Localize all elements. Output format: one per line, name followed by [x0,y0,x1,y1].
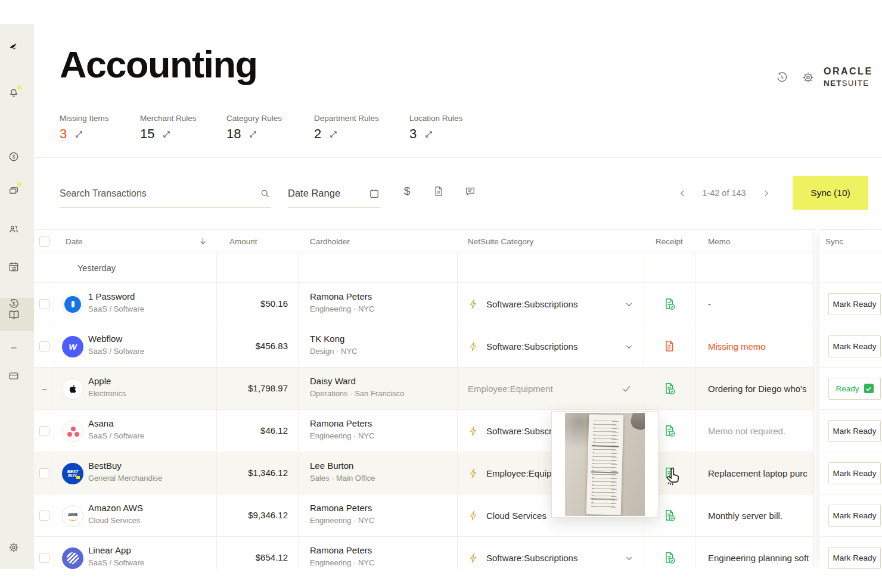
merchant-type: Electronics [88,389,126,398]
chevron-down-icon[interactable] [625,300,633,309]
stat-missing-items: Missing Items 3 [60,114,109,142]
receipt-filter-icon[interactable] [432,185,445,198]
collapse-dash-icon[interactable] [7,341,20,354]
cardholder-detail: Engineering · NYC [310,431,374,440]
prev-page-icon[interactable] [676,187,688,199]
merchant-name: Webflow [88,334,144,344]
receipt-photo [565,413,645,516]
search-icon [259,188,271,200]
expand-icon[interactable] [74,130,83,139]
stat-value: 2 [314,126,321,142]
column-header-memo[interactable]: Memo [708,237,731,246]
row-checkbox[interactable] [39,341,49,351]
select-all-checkbox[interactable] [39,237,49,247]
row-checkbox[interactable] [39,299,49,309]
transaction-row[interactable]: aws Amazon AWS Cloud Services $9,346.12 … [34,494,813,537]
memo-cell[interactable]: Engineering planning soft [708,553,814,563]
history-icon[interactable] [775,71,788,84]
column-header-amount[interactable]: Amount [229,237,257,246]
row-ready-dash[interactable]: – [39,383,49,393]
ready-button[interactable]: Ready [828,378,881,400]
date-range-picker[interactable]: Date Range [288,179,380,208]
webflow-letter: w [69,341,76,353]
receipt-attached-icon[interactable] [663,509,676,522]
stat-location-rules: Location Rules 3 [409,114,462,142]
transaction-row[interactable]: Asana SaaS / Software $46.12 Ramona Pete… [34,410,813,452]
scheduled-sync-icon[interactable] [7,260,20,273]
stat-label: Location Rules [409,114,462,123]
merchant-logo-asana [62,421,83,442]
merchant-logo-1password [62,294,83,315]
memo-filter-icon[interactable] [464,185,477,198]
expand-icon[interactable] [162,130,171,139]
chevron-down-icon[interactable] [625,343,633,351]
sidebar-settings-icon[interactable] [7,541,20,554]
merchant-name: Apple [88,376,126,386]
column-header-date[interactable]: Date [66,237,83,246]
notifications-icon[interactable] [7,87,20,100]
merchant-logo-aws: aws [62,505,83,527]
check-icon [622,384,632,394]
receipt-attached-icon[interactable] [663,424,676,437]
receipt-attached-icon[interactable] [663,382,676,395]
memo-cell[interactable]: Ordering for Diego who's [708,384,814,394]
mark-ready-button[interactable]: Mark Ready [828,293,881,315]
mark-ready-button[interactable]: Mark Ready [828,547,881,569]
accounting-book-icon[interactable] [7,308,20,321]
column-header-category[interactable]: NetSuite Category [468,237,533,246]
cards-icon[interactable] [7,184,20,197]
category-select[interactable]: Software:Subscriptions [486,299,577,309]
memo-cell[interactable]: Monthly server bill. [708,511,814,521]
row-checkbox[interactable] [39,468,49,478]
category-select[interactable]: Software:Subscriptions [486,553,577,563]
receipt-attached-icon[interactable] [663,297,676,310]
transaction-row[interactable]: BEST BUY, BestBuy General Merchandise $1… [34,452,813,494]
memo-cell[interactable]: Memo not required. [708,426,814,436]
merchant-logo-apple [62,378,83,400]
expand-icon[interactable] [424,130,433,139]
sidebar: $ $ [0,24,34,569]
row-checkbox[interactable] [39,511,49,521]
receipt-attached-icon[interactable] [663,551,676,564]
sync-button[interactable]: Sync (10) [793,176,868,210]
team-icon[interactable] [7,223,20,236]
auto-category-bolt-icon [468,341,479,352]
sort-desc-icon[interactable] [198,237,207,245]
row-checkbox[interactable] [39,553,49,563]
pagination-range: 1-42 of 143 [702,188,746,198]
cardholder-name: Ramona Peters [310,291,374,301]
receipt-paper [586,414,624,515]
mark-ready-button[interactable]: Mark Ready [828,462,881,484]
bottom-window-strip [0,569,882,588]
category-select[interactable]: Cloud Services [486,511,546,521]
header-settings-icon[interactable] [802,71,815,84]
merchant-type: Cloud Services [88,516,143,525]
expand-icon[interactable] [329,130,338,139]
chevron-down-icon[interactable] [625,554,633,563]
amount-filter-icon[interactable]: $ [400,185,414,198]
receipt-missing-icon[interactable] [663,340,676,353]
brand-logo-icon[interactable] [7,39,20,52]
column-header-cardholder[interactable]: Cardholder [310,237,350,246]
search-input[interactable] [60,188,259,199]
next-page-icon[interactable] [760,187,772,199]
transaction-row[interactable]: w Webflow SaaS / Software $456.83 TK Kon… [34,325,813,368]
mark-ready-button[interactable]: Mark Ready [828,505,881,527]
cardholder-detail: Sales · Main Office [310,474,375,483]
category-select[interactable]: Software:Subscriptions [486,341,577,351]
amount: $9,346.12 [216,510,288,520]
memo-cell[interactable]: - [708,299,814,309]
column-header-receipt[interactable]: Receipt [656,237,683,246]
mark-ready-button[interactable]: Mark Ready [828,335,881,357]
memo-cell[interactable]: Replacement laptop purc [708,468,814,478]
mark-ready-button[interactable]: Mark Ready [828,420,881,442]
amount: $1,346.12 [216,468,288,478]
banking-card-icon[interactable] [7,369,20,382]
transaction-row[interactable]: 1 Password SaaS / Software $50.16 Ramona… [34,283,813,325]
bestbuy-tag [76,476,80,479]
transaction-row[interactable]: – Apple Electronics $1,798.97 Daisy Ward… [34,368,813,410]
transactions-icon[interactable]: $ [7,150,20,163]
memo-cell[interactable]: Missing memo [708,341,814,351]
expand-icon[interactable] [249,130,257,139]
row-checkbox[interactable] [39,426,49,436]
